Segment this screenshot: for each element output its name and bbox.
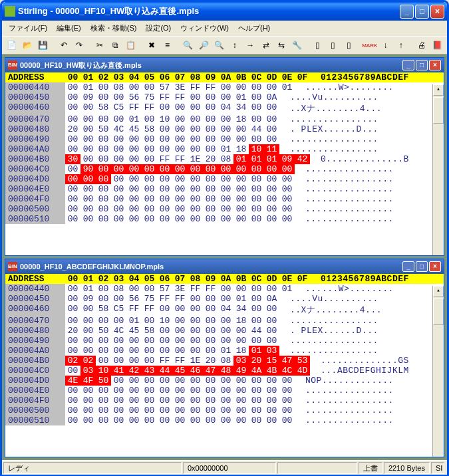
copy-icon[interactable]: ⧉ [108, 38, 122, 53]
hex-row[interactable]: 000004E0000000000000000000000000000000..… [5, 386, 444, 396]
hex-row[interactable]: 000004B0020200000000FFFF1E20080320154753… [5, 356, 444, 366]
save-icon[interactable]: 💾 [36, 38, 50, 53]
hex-row[interactable]: 000004A00000000000000000000001181011....… [5, 144, 444, 154]
list-icon[interactable]: ≡ [160, 38, 174, 53]
down-icon[interactable]: ↓ [378, 38, 392, 53]
doc1-icon[interactable]: ▯ [311, 38, 325, 53]
status-empty [277, 462, 357, 474]
status-mode: 上書 [359, 462, 382, 474]
find-icon[interactable]: 🔍 [181, 38, 195, 53]
mdi1-max-button[interactable]: □ [416, 60, 428, 70]
menu-edit[interactable]: 編集(E) [53, 22, 85, 35]
hex-row[interactable]: 00000510000000000000000000000000000000..… [5, 416, 444, 425]
minimize-button[interactable]: _ [400, 5, 414, 19]
menu-file[interactable]: ファイル(F) [5, 22, 51, 35]
cut-icon[interactable]: ✂ [93, 38, 107, 53]
help-icon[interactable]: 📕 [430, 38, 444, 53]
hex-row[interactable]: 000004700000000001001000000000180000....… [5, 114, 444, 124]
hex-row[interactable]: 000004802000504C45580000000000004400. PL… [5, 124, 444, 134]
scroll-up-icon[interactable]: ▴ [433, 286, 444, 297]
hex-row[interactable]: 00000450000900005675FFFF00000001000A....… [5, 92, 444, 102]
hex-view-2[interactable]: ADDRESS000102030405060708090A0B0C0D0E0F0… [5, 274, 444, 457]
tool-icon[interactable]: 🔧 [290, 38, 304, 53]
paste-icon[interactable]: 📋 [124, 38, 138, 53]
compare-icon[interactable]: ⇄ [259, 38, 273, 53]
status-ready: レディ [3, 462, 182, 474]
hex-row[interactable]: 00000440000100080000573EFFFF0000000001..… [5, 284, 444, 294]
hex-row[interactable]: 000004F0000000000000000000000000000000..… [5, 194, 444, 204]
scroll-thumb[interactable] [433, 97, 444, 124]
menu-settings[interactable]: 設定(O) [142, 22, 175, 35]
hex-row[interactable]: 000004C00003104142434445464748494A4B4C4D… [5, 366, 444, 376]
scrollbar-v[interactable]: ▴ [432, 286, 444, 457]
new-icon[interactable]: 📄 [5, 38, 19, 53]
redo-icon[interactable]: ↷ [72, 38, 86, 53]
mark-icon[interactable]: MARK [363, 38, 377, 53]
goto-icon[interactable]: → [243, 38, 257, 53]
mdi1-min-button[interactable]: _ [402, 60, 414, 70]
hex-row[interactable]: 00000460000058C5FFFF0000000004340000..Xナ… [5, 304, 444, 316]
hex-row[interactable]: 000004900000000000000000000000000000....… [5, 134, 444, 144]
mdi2-max-button[interactable]: □ [416, 261, 428, 272]
replace-icon[interactable]: ↕ [227, 38, 241, 53]
mdi1-close-button[interactable]: × [429, 60, 441, 70]
status-pos: 0x00000000 [183, 462, 276, 474]
find-prev-icon[interactable]: 🔍 [212, 38, 226, 53]
statusbar: レディ 0x00000000 上書 2210 Bytes SI [2, 460, 447, 475]
doc3-icon[interactable]: ▯ [342, 38, 356, 53]
hex-row[interactable]: 000004D04E4F50000000000000000000000000NO… [5, 376, 444, 386]
up-icon[interactable]: ↑ [394, 38, 408, 53]
mdi-window-2: BIN 00000_HF10_ABCDEFGHIJKLMNOP.mpls _ □… [5, 259, 444, 457]
scroll-up-icon[interactable]: ▴ [433, 84, 444, 96]
hex-row[interactable]: 00000510000000000000000000000000000000..… [5, 214, 444, 224]
hex-row[interactable]: 00000460000058C5FFFF0000000004340000..Xナ… [5, 102, 444, 114]
menu-help[interactable]: ヘルプ(H) [234, 22, 274, 35]
close-button[interactable]: × [430, 5, 444, 19]
mdi2-title: 00000_HF10_ABCDEFGHIJKLMNOP.mpls [20, 263, 402, 271]
print-icon[interactable]: 🖨 [414, 38, 428, 53]
menu-search[interactable]: 検索・移動(S) [86, 22, 141, 35]
mdi2-close-button[interactable]: × [429, 261, 441, 272]
hex-row[interactable]: 000004C0009000000000000000000000000000..… [5, 164, 444, 174]
hex-row[interactable]: 000004E0000000000000000000000000000000..… [5, 184, 444, 194]
hex-row[interactable]: 000004B0300000000000FFFF1E20080101010942… [5, 154, 444, 164]
hex-row[interactable]: 00000450000900005675FFFF00000001000A....… [5, 294, 444, 304]
menu-window[interactable]: ウィンドウ(W) [176, 22, 233, 35]
mdi1-title: 00000_HF10_HW取り込み直後.mpls [20, 60, 402, 70]
undo-icon[interactable]: ↶ [57, 38, 71, 53]
hex-row[interactable]: 000004900000000000000000000000000000....… [5, 336, 444, 346]
status-size: 2210 Bytes [384, 462, 430, 474]
hex-row[interactable]: 000004802000504C45580000000000004400. PL… [5, 326, 444, 336]
open-icon[interactable]: 📂 [20, 38, 34, 53]
mdi2-min-button[interactable]: _ [402, 261, 414, 272]
hex-header: ADDRESS000102030405060708090A0B0C0D0E0F0… [5, 274, 444, 284]
doc-icon: BIN [8, 262, 17, 271]
app-icon [5, 6, 15, 17]
hex-row[interactable]: 000004F0000000000000000000000000000000..… [5, 396, 444, 406]
mdi-window-1: BIN 00000_HF10_HW取り込み直後.mpls _ □ × ADDRE… [5, 57, 444, 256]
compare2-icon[interactable]: ⇆ [274, 38, 288, 53]
titlebar: Stirling - 00000_HF10_HW取り込み直後.mpls _ □ … [2, 2, 447, 21]
window-title: Stirling - 00000_HF10_HW取り込み直後.mpls [18, 5, 400, 17]
hex-row[interactable]: 000004D0000000000000000000000000000000..… [5, 174, 444, 184]
status-end: SI [431, 462, 444, 474]
scroll-thumb[interactable] [433, 298, 444, 325]
hex-row[interactable]: 00000500000000000000000000000000000000..… [5, 406, 444, 416]
doc2-icon[interactable]: ▯ [326, 38, 340, 53]
hex-header: ADDRESS000102030405060708090A0B0C0D0E0F0… [5, 72, 444, 82]
hex-view-1[interactable]: ADDRESS000102030405060708090A0B0C0D0E0F0… [5, 72, 444, 255]
hex-row[interactable]: 00000440000100080000573EFFFF0000000001..… [5, 82, 444, 92]
menubar: ファイル(F) 編集(E) 検索・移動(S) 設定(O) ウィンドウ(W) ヘル… [2, 21, 447, 36]
maximize-button[interactable]: □ [415, 5, 429, 19]
hex-row[interactable]: 000004A00000000000000000000001180103....… [5, 346, 444, 356]
hex-row[interactable]: 000004700000000001001000000000180000....… [5, 316, 444, 326]
scrollbar-v[interactable]: ▴ [432, 84, 444, 255]
toolbar: 📄 📂 💾 ↶ ↷ ✂ ⧉ 📋 ✖ ≡ 🔍 🔎 🔍 ↕ → ⇄ ⇆ 🔧 ▯ ▯ … [2, 36, 447, 55]
hex-row[interactable]: 00000500000000000000000000000000000000..… [5, 204, 444, 214]
delete-icon[interactable]: ✖ [144, 38, 158, 53]
doc-icon: BIN [8, 60, 17, 70]
find-next-icon[interactable]: 🔎 [196, 38, 210, 53]
